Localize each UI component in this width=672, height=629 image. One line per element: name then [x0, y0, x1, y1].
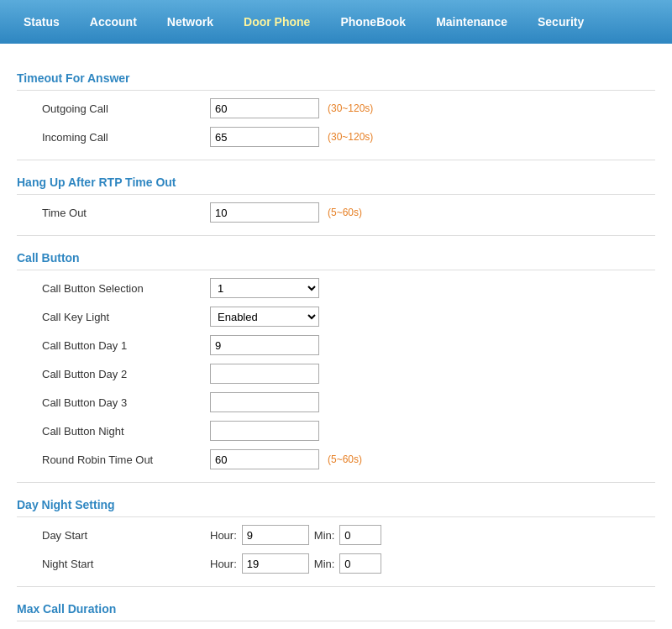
call-button-section: Call Button Call Button Selection 1 2 3 … — [17, 246, 655, 483]
hangup-section: Hang Up After RTP Time Out Time Out (5~6… — [17, 170, 655, 236]
call-button-night-input[interactable] — [210, 421, 319, 441]
nav-account[interactable]: Account — [75, 0, 152, 44]
hangup-title: Hang Up After RTP Time Out — [17, 170, 655, 189]
incoming-call-row: Incoming Call (30~120s) — [17, 123, 655, 151]
nav-network[interactable]: Network — [152, 0, 228, 44]
round-robin-label: Round Robin Time Out — [42, 453, 210, 466]
main-content: Timeout For Answer Outgoing Call (30~120… — [0, 44, 672, 629]
nav-status[interactable]: Status — [8, 0, 75, 44]
hour-label-day: Hour: — [210, 529, 237, 542]
timeout-section: Timeout For Answer Outgoing Call (30~120… — [17, 66, 655, 160]
incoming-call-hint: (30~120s) — [328, 131, 373, 143]
call-button-day2-input[interactable] — [210, 364, 319, 384]
call-key-light-label: Call Key Light — [42, 311, 210, 323]
call-button-night-label: Call Button Night — [42, 425, 210, 438]
night-start-fields: Hour: Min: — [210, 553, 381, 574]
max-call-row: Max Call Duration (0~30min) — [17, 625, 655, 629]
night-start-label: Night Start — [42, 558, 210, 570]
outgoing-call-label: Outgoing Call — [42, 102, 210, 115]
call-button-day2-control — [210, 364, 319, 384]
day-night-section: Day Night Setting Day Start Hour: Min: N… — [17, 493, 655, 587]
outgoing-call-row: Outgoing Call (30~120s) — [17, 94, 655, 123]
timeout-title: Timeout For Answer — [17, 66, 655, 85]
incoming-call-label: Incoming Call — [42, 131, 210, 144]
call-button-day1-control — [210, 335, 319, 355]
min-label-day: Min: — [314, 529, 335, 542]
outgoing-call-input[interactable] — [210, 98, 319, 118]
call-button-night-row: Call Button Night — [17, 417, 655, 445]
call-button-selection-row: Call Button Selection 1 2 3 — [17, 274, 655, 302]
max-call-title: Max Call Duration — [17, 597, 655, 616]
call-key-light-row: Call Key Light Enabled Disabled — [17, 302, 655, 331]
night-start-min-input[interactable] — [339, 553, 381, 574]
round-robin-input[interactable] — [210, 449, 319, 469]
nav-maintenance[interactable]: Maintenance — [421, 0, 522, 44]
nav-door-phone[interactable]: Door Phone — [228, 0, 325, 44]
day-start-fields: Hour: Min: — [210, 525, 381, 545]
call-key-light-control: Enabled Disabled — [210, 307, 319, 327]
round-robin-control: (5~60s) — [210, 449, 362, 469]
timeout-hint: (5~60s) — [328, 207, 362, 218]
incoming-call-control: (30~120s) — [210, 127, 373, 147]
call-button-day2-row: Call Button Day 2 — [17, 359, 655, 388]
call-button-title: Call Button — [17, 246, 655, 265]
call-button-day3-input[interactable] — [210, 392, 319, 412]
call-key-light-select[interactable]: Enabled Disabled — [210, 307, 319, 327]
min-label-night: Min: — [314, 558, 335, 570]
timeout-input[interactable] — [210, 202, 319, 223]
max-call-section: Max Call Duration Max Call Duration (0~3… — [17, 597, 655, 629]
timeout-row: Time Out (5~60s) — [17, 198, 655, 227]
day-start-label: Day Start — [42, 529, 210, 542]
incoming-call-input[interactable] — [210, 127, 319, 147]
day-start-min-input[interactable] — [339, 525, 381, 545]
nav-phonebook[interactable]: PhoneBook — [325, 0, 421, 44]
call-button-day3-label: Call Button Day 3 — [42, 396, 210, 409]
outgoing-call-control: (30~120s) — [210, 98, 373, 118]
round-robin-row: Round Robin Time Out (5~60s) — [17, 445, 655, 474]
navigation: Status Account Network Door Phone PhoneB… — [0, 0, 672, 44]
call-button-night-control — [210, 421, 319, 441]
night-start-hour-input[interactable] — [242, 553, 309, 574]
night-start-row: Night Start Hour: Min: — [17, 549, 655, 578]
call-button-day3-control — [210, 392, 319, 412]
timeout-control: (5~60s) — [210, 202, 362, 223]
day-night-title: Day Night Setting — [17, 493, 655, 511]
nav-security[interactable]: Security — [522, 0, 599, 44]
call-button-selection-select[interactable]: 1 2 3 — [210, 278, 319, 298]
call-button-selection-control: 1 2 3 — [210, 278, 319, 298]
call-button-day3-row: Call Button Day 3 — [17, 388, 655, 417]
round-robin-hint: (5~60s) — [328, 453, 362, 465]
call-button-day1-label: Call Button Day 1 — [42, 339, 210, 352]
hour-label-night: Hour: — [210, 558, 237, 570]
call-button-selection-label: Call Button Selection — [42, 282, 210, 295]
day-start-row: Day Start Hour: Min: — [17, 521, 655, 549]
outgoing-call-hint: (30~120s) — [328, 102, 373, 114]
timeout-label: Time Out — [42, 207, 210, 219]
call-button-day2-label: Call Button Day 2 — [42, 368, 210, 380]
call-button-day1-row: Call Button Day 1 — [17, 331, 655, 359]
day-start-hour-input[interactable] — [242, 525, 309, 545]
call-button-day1-input[interactable] — [210, 335, 319, 355]
